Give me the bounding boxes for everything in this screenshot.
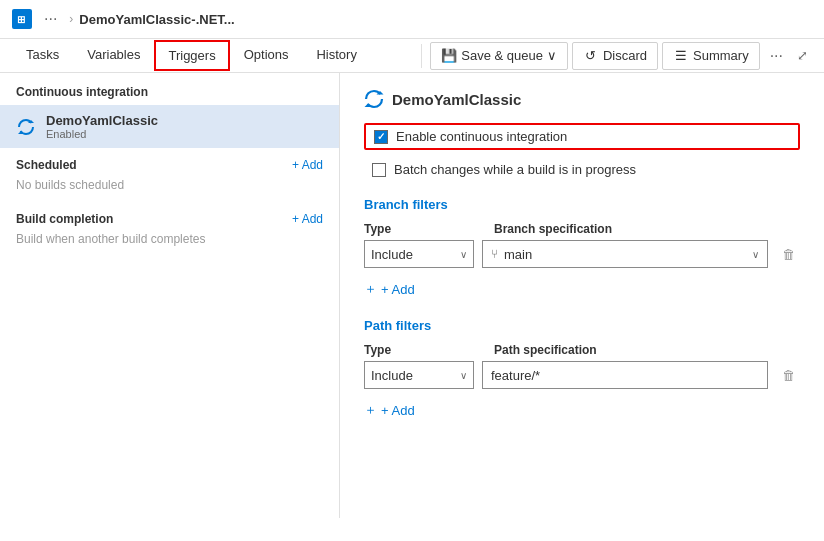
path-add-label: + Add [381,403,415,418]
branch-spec-text: ⑂ main [491,247,532,262]
summary-label: Summary [693,48,749,63]
breadcrumb-title: DemoYamlClassic-.NET... [79,12,234,27]
tab-triggers[interactable]: Triggers [154,40,229,71]
content-panel: DemoYamlClassic ✓ Enable continuous inte… [340,73,824,518]
path-add-plus-icon: ＋ [364,401,377,419]
enable-ci-label: Enable continuous integration [396,129,567,144]
content-title-row: DemoYamlClassic [364,89,800,109]
ci-item-name: DemoYamlClassic [46,113,158,128]
discard-icon: ↺ [583,48,599,64]
branch-type-arrow-icon: ∨ [460,249,467,260]
batch-changes-label: Batch changes while a build is in progre… [394,162,636,177]
path-type-label: Type [364,343,484,357]
ci-item-info: DemoYamlClassic Enabled [46,113,158,140]
scheduled-title: Scheduled [16,158,77,172]
path-delete-button[interactable]: 🗑 [776,363,800,387]
path-filter-row: Include ∨ feature/* 🗑 [364,361,800,389]
branch-filter-labels: Type Branch specification [364,222,800,236]
breadcrumb-separator: › [69,12,73,26]
sidebar: Continuous integration DemoYamlClassic E… [0,73,340,518]
tab-history[interactable]: History [302,39,370,72]
main-content: Continuous integration DemoYamlClassic E… [0,73,824,518]
branch-delete-button[interactable]: 🗑 [776,242,800,266]
branch-type-select[interactable]: Include ∨ [364,240,474,268]
ci-item-status: Enabled [46,128,158,140]
scheduled-row: Scheduled + Add [0,148,339,176]
path-filter-labels: Type Path specification [364,343,800,357]
build-completion-row: Build completion + Add [0,202,339,230]
path-type-arrow-icon: ∨ [460,370,467,381]
path-spec-label: Path specification [494,343,800,357]
save-icon: 💾 [441,48,457,64]
path-spec-input[interactable]: feature/* [482,361,768,389]
save-queue-button[interactable]: 💾 Save & queue ∨ [430,42,568,70]
path-filters-title: Path filters [364,318,800,333]
tab-options[interactable]: Options [230,39,303,72]
batch-changes-row: Batch changes while a build is in progre… [364,158,800,181]
save-queue-label: Save & queue [461,48,543,63]
devops-app-icon: ⊞ [12,9,32,29]
branch-type-value: Include [371,247,413,262]
ci-item[interactable]: DemoYamlClassic Enabled [0,105,339,148]
more-options-button[interactable]: ··· [38,6,63,32]
branch-icon: ⑂ [491,247,498,261]
discard-label: Discard [603,48,647,63]
branch-spec-label: Branch specification [494,222,800,236]
checkmark-icon: ✓ [377,131,385,142]
branch-add-button[interactable]: ＋ + Add [364,276,415,302]
summary-icon: ☰ [673,48,689,64]
branch-spec-input[interactable]: ⑂ main ∨ [482,240,768,268]
nav-more-button[interactable]: ··· [764,43,789,69]
continuous-integration-title: Continuous integration [0,73,339,105]
discard-button[interactable]: ↺ Discard [572,42,658,70]
enable-ci-row: ✓ Enable continuous integration [364,123,800,150]
path-type-value: Include [371,368,413,383]
branch-spec-arrow-icon: ∨ [752,249,759,260]
top-bar: ⊞ ··· › DemoYamlClassic-.NET... [0,0,824,39]
scheduled-empty: No builds scheduled [0,176,339,202]
nav-divider [421,44,422,68]
branch-type-label: Type [364,222,484,236]
build-completion-title: Build completion [16,212,113,226]
path-spec-value: feature/* [491,368,540,383]
content-title-text: DemoYamlClassic [392,91,521,108]
branch-add-plus-icon: ＋ [364,280,377,298]
branch-filters-title: Branch filters [364,197,800,212]
branch-filter-row: Include ∨ ⑂ main ∨ 🗑 [364,240,800,268]
expand-button[interactable]: ⤢ [793,44,812,67]
batch-changes-checkbox[interactable] [372,163,386,177]
summary-button[interactable]: ☰ Summary [662,42,760,70]
branch-spec-value: main [504,247,532,262]
scheduled-add-button[interactable]: + Add [292,158,323,172]
tab-tasks[interactable]: Tasks [12,39,73,72]
path-add-button[interactable]: ＋ + Add [364,397,415,423]
save-queue-caret[interactable]: ∨ [547,48,557,63]
tab-variables[interactable]: Variables [73,39,154,72]
svg-text:⊞: ⊞ [17,14,25,25]
build-completion-desc: Build when another build completes [0,230,339,256]
branch-add-label: + Add [381,282,415,297]
path-type-select[interactable]: Include ∨ [364,361,474,389]
enable-ci-checkbox[interactable]: ✓ [374,130,388,144]
content-devops-icon [364,89,384,109]
devops-ci-icon [16,117,36,137]
nav-tabs: Tasks Variables Triggers Options History… [0,39,824,73]
build-completion-add-button[interactable]: + Add [292,212,323,226]
